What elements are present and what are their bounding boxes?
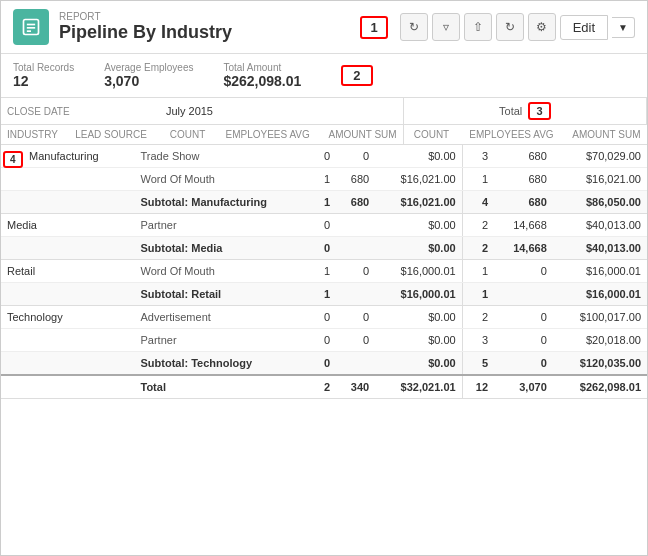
t-count-cell: 1 [462, 168, 494, 191]
t-count-cell: 2 [462, 214, 494, 237]
emp-avg-cell: 0 [336, 145, 375, 168]
col-count-header: COUNT [160, 125, 212, 145]
filter-icon[interactable]: ▿ [432, 13, 460, 41]
subtotal-t-amount: $40,013.00 [553, 237, 647, 260]
t-amount-cell: $16,021.00 [553, 168, 647, 191]
subtotal-row: Subtotal: Media 0 $0.00 2 14,668 $40,013… [1, 237, 647, 260]
amount-cell: $0.00 [375, 329, 462, 352]
subtotal-emp-avg [336, 352, 375, 376]
refresh-icon[interactable]: ↻ [400, 13, 428, 41]
industry-cell: Retail [7, 265, 35, 277]
col-header-row: INDUSTRY LEAD SOURCE COUNT EMPLOYEES Avg… [1, 125, 647, 145]
t-count-cell: 1 [462, 260, 494, 283]
lead-source-cell: Partner [135, 214, 313, 237]
total-amount-summary: Total Amount $262,098.01 [223, 62, 301, 89]
subtotal-t-emp-avg: 0 [494, 352, 553, 376]
subtotal-label: Subtotal: Manufacturing [135, 191, 313, 214]
table-row: 4 Manufacturing Trade Show 0 0 $0.00 3 6… [1, 145, 647, 168]
col-total-amount-sum-header: AMOUNT Sum [560, 125, 647, 145]
lead-source-cell: Word Of Mouth [135, 168, 313, 191]
col-emp-avg-header: EMPLOYEES Avg [211, 125, 315, 145]
subtotal-t-count: 4 [462, 191, 494, 214]
emp-avg-cell: 0 [336, 329, 375, 352]
t-amount-cell: $70,029.00 [553, 145, 647, 168]
table-row: Media Partner 0 $0.00 2 14,668 $40,013.0… [1, 214, 647, 237]
reload-icon[interactable]: ↻ [496, 13, 524, 41]
table-row: Word Of Mouth 1 680 $16,021.00 1 680 $16… [1, 168, 647, 191]
total-t-emp-avg: 3,070 [494, 375, 553, 399]
t-amount-cell: $20,018.00 [553, 329, 647, 352]
subtotal-t-count: 2 [462, 237, 494, 260]
close-date-label: CLOSE DATE [1, 98, 160, 125]
lead-source-cell: Advertisement [135, 306, 313, 329]
t-amount-cell: $16,000.01 [553, 260, 647, 283]
t-emp-avg-cell: 14,668 [494, 214, 553, 237]
avg-employees-value: 3,070 [104, 73, 193, 89]
col-total-emp-avg-header: EMPLOYEES Avg [455, 125, 559, 145]
table-row: Technology Advertisement 0 0 $0.00 2 0 $… [1, 306, 647, 329]
subtotal-row: Subtotal: Manufacturing 1 680 $16,021.00… [1, 191, 647, 214]
t-count-cell: 3 [462, 145, 494, 168]
amount-cell: $16,021.00 [375, 168, 462, 191]
amount-cell: $0.00 [375, 214, 462, 237]
t-amount-cell: $40,013.00 [553, 214, 647, 237]
amount-cell: $0.00 [375, 306, 462, 329]
report-icon [13, 9, 49, 45]
col-industry-header: INDUSTRY [1, 125, 69, 145]
header-title-block: REPORT Pipeline By Industry [59, 11, 360, 43]
total-amount-label: Total Amount [223, 62, 301, 73]
lead-source-cell: Word Of Mouth [135, 260, 313, 283]
report-label: REPORT [59, 11, 360, 22]
subtotal-t-emp-avg [494, 283, 553, 306]
t-emp-avg-cell: 0 [494, 329, 553, 352]
subtotal-emp-avg [336, 283, 375, 306]
avg-employees-summary: Average Employees 3,070 [104, 62, 193, 89]
total-t-count: 12 [462, 375, 494, 399]
subtotal-t-count: 5 [462, 352, 494, 376]
badge-1: 1 [360, 16, 387, 39]
count-cell: 0 [313, 145, 336, 168]
t-amount-cell: $100,017.00 [553, 306, 647, 329]
total-emp-avg: 340 [336, 375, 375, 399]
count-cell: 0 [313, 214, 336, 237]
page-title: Pipeline By Industry [59, 22, 360, 43]
subtotal-t-amount: $16,000.01 [553, 283, 647, 306]
badge-3: 3 [528, 102, 550, 120]
subtotal-row: Subtotal: Retail 1 $16,000.01 1 $16,000.… [1, 283, 647, 306]
table-row: Retail Word Of Mouth 1 0 $16,000.01 1 0 … [1, 260, 647, 283]
count-cell: 0 [313, 306, 336, 329]
settings-icon[interactable]: ⚙ [528, 13, 556, 41]
subtotal-industry [1, 237, 135, 260]
share-icon[interactable]: ⇧ [464, 13, 492, 41]
amount-cell: $0.00 [375, 145, 462, 168]
subtotal-industry [1, 352, 135, 376]
t-emp-avg-cell: 680 [494, 145, 553, 168]
edit-button[interactable]: Edit [560, 15, 608, 40]
total-row: Total 2 340 $32,021.01 12 3,070 $262,098… [1, 375, 647, 399]
subtotal-count: 0 [313, 352, 336, 376]
col-lead-source-header: LEAD SOURCE [69, 125, 160, 145]
emp-avg-cell: 680 [336, 168, 375, 191]
subtotal-industry [1, 283, 135, 306]
t-emp-avg-cell: 0 [494, 260, 553, 283]
industry-cell: Manufacturing [29, 150, 99, 162]
subtotal-row: Subtotal: Technology 0 $0.00 5 0 $120,03… [1, 352, 647, 376]
lead-source-cell: Trade Show [135, 145, 313, 168]
subtotal-amount: $0.00 [375, 352, 462, 376]
edit-dropdown-button[interactable]: ▼ [612, 17, 635, 38]
subtotal-t-amount: $86,050.00 [553, 191, 647, 214]
t-count-cell: 3 [462, 329, 494, 352]
subtotal-label: Subtotal: Retail [135, 283, 313, 306]
lead-source-cell: Partner [135, 329, 313, 352]
total-amount-value: $262,098.01 [223, 73, 301, 89]
total-records-summary: Total Records 12 [13, 62, 74, 89]
total-amount: $32,021.01 [375, 375, 462, 399]
total-group-header: Total 3 [403, 98, 646, 125]
close-date-value: July 2015 [160, 98, 403, 125]
subtotal-amount: $16,000.01 [375, 283, 462, 306]
col-group-header-row: CLOSE DATE July 2015 Total 3 [1, 98, 647, 125]
subtotal-label: Subtotal: Technology [135, 352, 313, 376]
subtotal-count: 1 [313, 191, 336, 214]
badge-2: 2 [341, 65, 372, 86]
industry-cell: Media [7, 219, 37, 231]
